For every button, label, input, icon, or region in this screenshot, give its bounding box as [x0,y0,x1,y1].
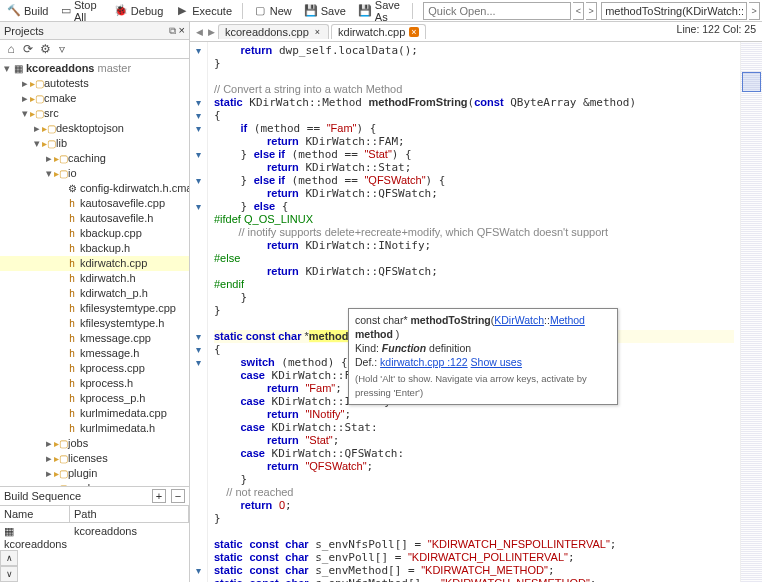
debug-button[interactable]: 🐞Debug [109,3,168,19]
code-tooltip: const char* methodToString(KDirWatch::Me… [348,308,618,405]
new-icon: ▢ [253,4,267,18]
editor-tabs: ◀ ▶ kcoreaddons.cpp× kdirwatch.cpp× Line… [190,22,762,42]
tab-kdirwatch[interactable]: kdirwatch.cpp× [331,24,426,39]
bug-icon: 🐞 [114,4,128,18]
minimap[interactable] [740,42,762,582]
save-as-icon: 💾 [358,4,372,18]
tree-node[interactable]: hkbackup.cpp [0,226,189,241]
projects-panel: Projects ⧉ × ⌂ ⟳ ⚙ ▿ ▾▦kcoreaddons maste… [0,22,190,582]
filter-icon[interactable]: ▿ [55,42,69,56]
execute-button[interactable]: ▶Execute [170,3,237,19]
cursor-position: Line: 122 Col: 25 [677,23,756,35]
tab-kcoreaddons[interactable]: kcoreaddons.cpp× [218,24,329,39]
save-as-button[interactable]: 💾Save As [353,0,407,24]
tab-next-icon[interactable]: ▶ [206,27,218,37]
tooltip-type-link-2[interactable]: Method [550,314,585,326]
buildseq-remove-button[interactable]: − [171,489,185,503]
move-down-button[interactable]: ∨ [0,566,18,582]
quick-open-prev[interactable]: < [573,2,584,20]
tree-node[interactable]: ▾▸▢src [0,106,189,121]
tree-node[interactable]: hkurlmimedata.cpp [0,406,189,421]
home-icon[interactable]: ⌂ [4,42,18,56]
tooltip-hint: (Hold 'Alt' to show. Navigate via arrow … [355,372,611,400]
buildseq-add-button[interactable]: + [152,489,166,503]
tree-node[interactable]: hkfilesystemtype.cpp [0,301,189,316]
tree-root[interactable]: ▾▦kcoreaddons master [0,61,189,76]
build-sequence-title: Build Sequence [4,490,81,502]
tab-close-modified-icon[interactable]: × [409,27,418,37]
tree-node[interactable]: hkprocess_p.h [0,391,189,406]
tree-node[interactable]: ▾▸▢io [0,166,189,181]
tree-node[interactable]: hkautosavefile.h [0,211,189,226]
save-button[interactable]: 💾Save [299,3,351,19]
tree-node[interactable]: hkmessage.h [0,346,189,361]
tree-node[interactable]: hkfilesystemtype.h [0,316,189,331]
main-toolbar: 🔨Build ▭Stop All 🐞Debug ▶Execute ▢New 💾S… [0,0,762,22]
tree-node[interactable]: hkdirwatch.cpp [0,256,189,271]
outline-next[interactable]: > [749,2,760,20]
stop-icon: ▭ [60,4,70,18]
tree-node[interactable]: ⚙config-kdirwatch.h.cmake [0,181,189,196]
tree-node[interactable]: hkurlmimedata.h [0,421,189,436]
outline-selector[interactable] [601,2,747,20]
tree-node[interactable]: hkbackup.h [0,241,189,256]
refresh-icon[interactable]: ⟳ [21,42,35,56]
tree-node[interactable]: ▾▸▢lib [0,136,189,151]
tree-node[interactable]: hkautosavefile.cpp [0,196,189,211]
tree-node[interactable]: hkprocess.cpp [0,361,189,376]
tooltip-def-link[interactable]: kdirwatch.cpp :122 [380,356,468,368]
panel-close-icon[interactable]: × [179,24,185,36]
tree-node[interactable]: ▸▸▢autotests [0,76,189,91]
panel-title-text: Projects [4,25,44,37]
new-button[interactable]: ▢New [248,3,297,19]
tab-close-icon[interactable]: × [313,27,322,37]
tree-node[interactable]: ▸▸▢desktoptojson [0,121,189,136]
tooltip-type-link[interactable]: KDirWatch [494,314,544,326]
gear-icon[interactable]: ⚙ [38,42,52,56]
project-tree[interactable]: ▾▦kcoreaddons master▸▸▢autotests▸▸▢cmake… [0,59,189,486]
col-path[interactable]: Path [70,506,189,522]
tree-node[interactable]: hkmessage.cpp [0,331,189,346]
tab-prev-icon[interactable]: ◀ [194,27,206,37]
tree-node[interactable]: ▸▸▢jobs [0,436,189,451]
panel-toolbar: ⌂ ⟳ ⚙ ▿ [0,40,189,59]
quick-open-next[interactable]: > [586,2,597,20]
save-icon: 💾 [304,4,318,18]
quick-open-input[interactable] [423,2,571,20]
move-up-button[interactable]: ∧ [0,550,18,566]
code-fold-gutter[interactable]: ▾ ▾▾▾ ▾▾ ▾ ▾▾ ▾ ▾ [190,42,208,582]
tooltip-showuses-link[interactable]: Show uses [471,356,522,368]
minimap-viewport[interactable] [742,72,761,92]
hammer-icon: 🔨 [7,4,21,18]
play-icon: ▶ [175,4,189,18]
stop-all-button[interactable]: ▭Stop All [55,0,106,24]
build-sequence-panel: Build Sequence + − Name Path ▦ kcoreaddo… [0,486,189,582]
tree-node[interactable]: ▸▸▢plugin [0,466,189,481]
buildseq-order-buttons: ∧ ∨ [0,550,18,582]
tree-node[interactable]: hkprocess.h [0,376,189,391]
col-name[interactable]: Name [0,506,70,522]
tree-node[interactable]: hkdirwatch.h [0,271,189,286]
tree-node[interactable]: hkdirwatch_p.h [0,286,189,301]
tree-node[interactable]: ▸▸▢cmake [0,91,189,106]
buildseq-row[interactable]: ▦ kcoreaddons kcoreaddons [0,523,189,552]
panel-detach-icon[interactable]: ⧉ [169,25,176,36]
build-button[interactable]: 🔨Build [2,3,53,19]
tree-node[interactable]: ▸▸▢caching [0,151,189,166]
tree-node[interactable]: ▸▸▢licenses [0,451,189,466]
separator [242,3,243,19]
separator [412,3,413,19]
